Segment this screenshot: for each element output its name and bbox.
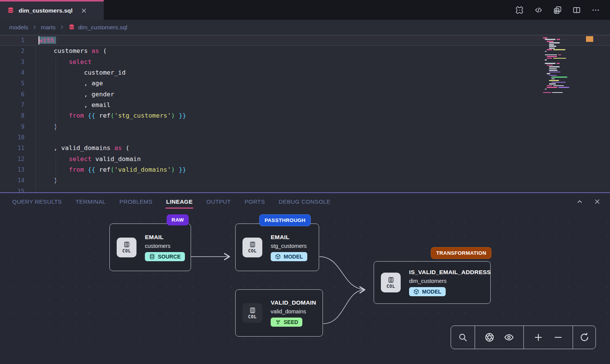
tab-dim-customers-sql[interactable]: dim_customers.sql (0, 0, 104, 20)
tag-label: SOURCE (158, 254, 181, 260)
lineage-visibility-button[interactable] (504, 332, 514, 342)
lineage-node-customers[interactable]: COLEMAILcustomersSOURCE (109, 224, 191, 271)
minimap-segment (547, 73, 550, 74)
line-number: 13 (0, 164, 24, 175)
minimap-segment (545, 51, 547, 52)
code-line: 1with (0, 35, 610, 46)
minimap-line (543, 92, 583, 93)
minimap-line (543, 80, 583, 81)
panel-actions (576, 198, 601, 205)
code-token: as (114, 144, 122, 152)
line-number: 15 (0, 186, 24, 192)
code-line: 9 ) (0, 121, 610, 132)
code-token: {{ (88, 166, 95, 173)
minimap-segment (549, 46, 556, 47)
code-token: ) (39, 123, 58, 130)
badge-transformation: TRANSFORMATION (431, 247, 491, 259)
code-token (84, 166, 88, 173)
chevron-right-icon (32, 24, 37, 30)
node-subtitle: customers (145, 243, 184, 249)
tag-label: MODEL (284, 254, 303, 260)
tag-source[interactable]: SOURCE (145, 252, 185, 261)
minimap-line (543, 58, 583, 59)
minimap-segment (557, 63, 560, 64)
node-meta: EMAILstg_customersMODEL (271, 234, 307, 261)
panel-tab-query-results[interactable]: QUERY RESULTS (12, 198, 62, 205)
minimap-segment (549, 75, 557, 76)
code-token: , valid_domains (39, 144, 114, 152)
zoom-out-button[interactable] (553, 332, 563, 342)
node-subtitle: valid_domains (271, 308, 316, 315)
database-icon (149, 254, 155, 260)
code-editor[interactable]: 1with2 customers as (3 select4 customer_… (0, 35, 610, 192)
split-editor-icon[interactable] (572, 6, 581, 14)
code-token: from (69, 166, 84, 173)
code-token: , age (39, 80, 103, 87)
node-subtitle: dim_customers (409, 278, 483, 284)
code-token: ) (171, 166, 175, 173)
lineage-focus-button[interactable] (485, 332, 494, 342)
panel-tab-problems[interactable]: PROBLEMS (119, 198, 152, 205)
breadcrumb-item-models[interactable]: models (9, 24, 28, 31)
minimap-line (543, 54, 583, 56)
tag-seed[interactable]: SEED (271, 318, 302, 327)
tab-title: dim_customers.sql (19, 7, 72, 14)
minimap-segment (553, 85, 564, 86)
line-number: 6 (0, 89, 24, 100)
panel-tab-debug-console[interactable]: DEBUG CONSOLE (279, 198, 331, 205)
code-line: 12 select valid_domain (0, 154, 610, 164)
refresh-lineage-button[interactable] (580, 332, 589, 342)
code-token: customers (39, 47, 92, 54)
panel-tab-lineage[interactable]: LINEAGE (166, 198, 193, 205)
code-text (24, 132, 39, 143)
dbt-logo-icon[interactable] (515, 6, 524, 14)
minimap-line (543, 82, 583, 83)
panel-tab-ports[interactable]: PORTS (244, 198, 265, 205)
code-text: ) (24, 121, 58, 132)
zoom-in-button[interactable] (533, 332, 543, 342)
breadcrumb-file[interactable]: dim_customers.sql (68, 24, 127, 31)
minimap-line (543, 56, 583, 57)
more-actions-icon[interactable] (591, 6, 600, 14)
minimap-segment (549, 42, 560, 43)
database-icon (7, 7, 14, 14)
minimap-line (543, 49, 583, 50)
lineage-node-valid_domains[interactable]: COLVALID_DOMAINvalid_domainsSEED (235, 289, 323, 337)
lineage-node-stg_customers[interactable]: COLEMAILstg_customersMODEL (235, 224, 319, 271)
close-panel-icon[interactable] (594, 198, 601, 205)
line-number: 11 (0, 143, 24, 153)
lineage-node-dim_customers[interactable]: COLIS_VALID_EMAIL_ADDRESSdim_customersMO… (374, 261, 491, 304)
close-tab-icon[interactable] (80, 7, 87, 14)
code-line: 10 (0, 132, 610, 143)
breadcrumb: modelsmartsdim_customers.sql (0, 20, 610, 35)
code-line: 13 from {{ ref('valid_domains') }} (0, 164, 610, 175)
tag-model[interactable]: MODEL (271, 252, 307, 261)
breadcrumb-item-marts[interactable]: marts (41, 24, 56, 31)
code-token: }} (179, 112, 186, 119)
badge-raw: RAW (167, 214, 189, 225)
minimap-line (543, 44, 583, 45)
panel-tab-output[interactable]: OUTPUT (206, 198, 231, 205)
minimap-segment (549, 80, 559, 81)
minimap-segment (545, 59, 547, 61)
minimap-segment (547, 56, 557, 57)
minimap-segment (549, 83, 556, 85)
column-iconbox: COL (381, 273, 401, 292)
copy-results-icon[interactable] (553, 6, 562, 14)
code-token: }} (179, 166, 186, 173)
node-title: EMAIL (271, 234, 307, 241)
line-number: 10 (0, 132, 24, 143)
compiled-code-icon[interactable] (534, 6, 543, 14)
minimap[interactable] (543, 37, 583, 94)
lineage-search-button[interactable] (458, 332, 468, 342)
seedling-icon (275, 319, 281, 325)
lineage-canvas[interactable]: COLEMAILcustomersSOURCECOLEMAILstg_custo… (0, 211, 610, 364)
minimap-segment (549, 68, 557, 69)
panel-tab-terminal[interactable]: TERMINAL (75, 198, 106, 205)
line-number: 2 (0, 46, 24, 56)
minimap-segment (551, 78, 555, 80)
collapse-panel-icon[interactable] (576, 198, 583, 205)
minimap-segment (549, 48, 555, 49)
columns-icon (387, 276, 395, 284)
tag-model[interactable]: MODEL (409, 287, 446, 296)
